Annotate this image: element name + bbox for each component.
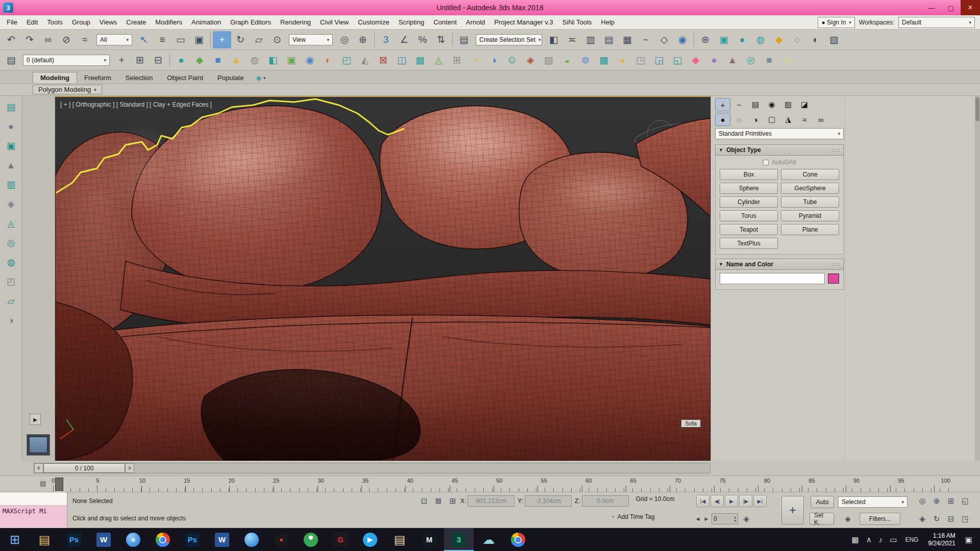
ribbon-minimize-caret[interactable]: ▾: [263, 76, 266, 81]
sini-tool-icon[interactable]: ⊚: [576, 52, 595, 69]
taskbar-clock[interactable]: 1:16 AM 9/24/2021: [923, 532, 960, 547]
go-to-start-button[interactable]: |◀: [696, 495, 709, 507]
menu-item[interactable]: Rendering: [276, 17, 315, 27]
go-to-end-button[interactable]: ▶|: [753, 495, 767, 507]
ribbon-tab[interactable]: Object Paint: [160, 72, 210, 83]
toggle-layer-explorer-icon[interactable]: ▤: [600, 31, 618, 48]
sini-tool-icon[interactable]: ▩: [595, 52, 613, 69]
sign-in-dropdown[interactable]: ● Sign In ▾: [818, 17, 854, 28]
workspace-dropdown[interactable]: Default ▾: [898, 17, 975, 28]
time-slider-track[interactable]: < 0 / 100 >: [34, 463, 710, 473]
menu-item[interactable]: Arnold: [461, 17, 490, 27]
volume-icon[interactable]: ♪: [875, 535, 887, 544]
viewport-layout-widget[interactable]: [27, 434, 50, 456]
menu-item[interactable]: Civil View: [315, 17, 353, 27]
space-warps-category-icon[interactable]: ≈: [797, 113, 812, 126]
container-tool-icon[interactable]: ◰: [3, 273, 20, 290]
photoshop-icon[interactable]: Ps: [59, 528, 89, 551]
menu-item[interactable]: Views: [95, 17, 121, 27]
box-tool-icon[interactable]: ▣: [3, 138, 20, 154]
bind-to-space-warp-icon[interactable]: ≈: [76, 31, 94, 48]
pen-tool-icon[interactable]: ◬: [3, 215, 20, 232]
ribbon-tab[interactable]: Modeling: [33, 72, 77, 83]
add-time-tag[interactable]: Add Time Tag: [617, 513, 654, 520]
pan-icon[interactable]: ◈: [916, 513, 929, 525]
zoom-extents-icon[interactable]: ⊞: [944, 495, 958, 507]
word-icon[interactable]: W: [89, 528, 118, 551]
curve-editor-icon[interactable]: ~: [636, 31, 655, 48]
touch-keyboard-icon[interactable]: ▦: [848, 535, 863, 544]
primitive-button[interactable]: Pyramid: [781, 210, 839, 221]
telegram-icon[interactable]: ▶: [355, 528, 385, 551]
redo-icon[interactable]: ↷: [20, 31, 39, 48]
display-tab-icon[interactable]: ▥: [780, 98, 796, 111]
toggle-scene-explorer-icon[interactable]: ▥: [581, 31, 600, 48]
primitive-button[interactable]: Torus: [720, 210, 778, 221]
select-and-move-icon[interactable]: +: [213, 31, 231, 48]
percent-snap-icon[interactable]: %: [413, 31, 432, 48]
sini-tool-icon[interactable]: ⊠: [374, 52, 393, 69]
systems-category-icon[interactable]: ∞: [813, 113, 828, 126]
sini-tool-icon[interactable]: ◕: [613, 52, 631, 69]
primitive-button[interactable]: Teapot: [720, 224, 778, 235]
primitive-button[interactable]: Plane: [781, 224, 839, 235]
named-selection-set-dropdown[interactable]: Create Selection Set▾: [476, 34, 542, 45]
absolute-mode-icon[interactable]: ⊞: [446, 495, 459, 507]
sini-tool-icon[interactable]: ▦: [411, 52, 429, 69]
sphere-tool-icon[interactable]: ●: [3, 118, 20, 135]
angle-snap-icon[interactable]: ∠: [395, 31, 413, 48]
rendered-frame-window-icon[interactable]: ▣: [715, 31, 733, 48]
sini-tool-icon[interactable]: ◰: [337, 52, 356, 69]
current-frame-field[interactable]: 0 ▴▾: [712, 513, 738, 524]
primitives-dropdown[interactable]: Standard Primitives▾: [715, 128, 844, 139]
key-filter-dialog-icon[interactable]: ◈: [841, 513, 854, 525]
sini-tool-icon[interactable]: ●: [705, 52, 723, 69]
action-center-icon[interactable]: ▣: [962, 535, 976, 544]
menu-item[interactable]: Customize: [353, 17, 394, 27]
select-and-rotate-icon[interactable]: ↻: [231, 31, 250, 48]
add-selection-to-layer-icon[interactable]: ⊞: [131, 52, 149, 69]
open-autodesk-app-icon[interactable]: ◆: [770, 31, 788, 48]
sini-tool-icon[interactable]: ◧: [264, 52, 282, 69]
shapes-category-icon[interactable]: ◌: [731, 113, 747, 126]
polygon-modeling-panel-tab[interactable]: Polygon Modeling ▾: [33, 85, 102, 94]
torus-tool-icon[interactable]: ◎: [3, 235, 20, 251]
primitive-button[interactable]: Box: [720, 169, 778, 180]
z-coordinate-field[interactable]: 0.0cm: [582, 495, 629, 507]
snaps-toggle-icon[interactable]: 3: [377, 31, 395, 48]
selection-filter-dropdown[interactable]: All▾: [96, 34, 132, 45]
maxscript-mini-listener[interactable]: MAXScript Mi: [0, 492, 67, 528]
zoom-region-icon[interactable]: ◱: [959, 495, 972, 507]
word-icon[interactable]: W: [207, 528, 237, 551]
file-explorer-icon[interactable]: ▤: [30, 528, 59, 551]
zoom-all-icon[interactable]: ⊕: [930, 495, 943, 507]
panel-scrollbar[interactable]: [975, 96, 980, 461]
mushroom-icon[interactable]: [296, 528, 326, 551]
sini-tool-icon[interactable]: ◬: [429, 52, 448, 69]
next-frame-arrow[interactable]: ▶: [703, 513, 710, 525]
toggle-ribbon-icon[interactable]: ▦: [618, 31, 636, 48]
set-keys-button[interactable]: +: [781, 496, 804, 524]
menu-item[interactable]: Animation: [187, 17, 226, 27]
select-and-link-icon[interactable]: ∞: [39, 31, 57, 48]
render-setup-icon[interactable]: ⊛: [696, 31, 715, 48]
selection-lock-icon[interactable]: ⊠: [432, 495, 445, 507]
trackbar-config-icon[interactable]: ▤: [40, 480, 46, 487]
x-coordinate-field[interactable]: 601.213cm: [468, 495, 514, 507]
spinner-snap-icon[interactable]: ⇅: [432, 31, 450, 48]
expand-trackbar-button[interactable]: ▶: [30, 414, 41, 425]
current-frame-marker[interactable]: [55, 478, 63, 491]
key-mode-toggle-icon[interactable]: ◈: [740, 513, 753, 525]
sini-tool-icon[interactable]: ◇: [778, 52, 797, 69]
next-frame-slider-button[interactable]: >: [125, 463, 134, 473]
play-button[interactable]: ▶: [725, 495, 738, 507]
window-crossing-icon[interactable]: ▣: [190, 31, 208, 48]
render-in-cloud-icon[interactable]: ◍: [751, 31, 770, 48]
menu-item[interactable]: Modifiers: [151, 17, 187, 27]
helpers-category-icon[interactable]: ◮: [780, 113, 796, 126]
use-pivot-point-center-icon[interactable]: ◎: [335, 31, 354, 48]
min-viewport-icon[interactable]: ⊟: [944, 513, 958, 525]
previous-frame-slider-button[interactable]: <: [34, 463, 43, 473]
isolate-selection-icon[interactable]: ◌: [788, 31, 806, 48]
sini-tool-icon[interactable]: ⊞: [448, 52, 466, 69]
